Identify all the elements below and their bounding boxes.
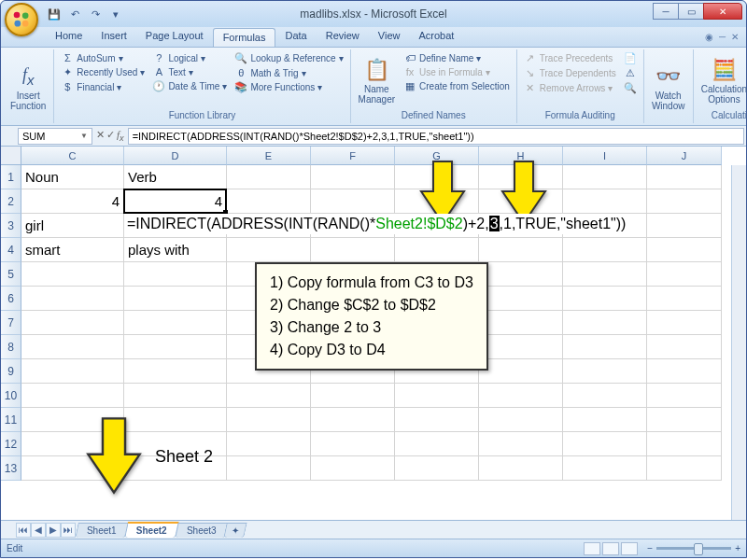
column-header-D[interactable]: D bbox=[124, 147, 227, 165]
column-header-J[interactable]: J bbox=[647, 147, 722, 165]
row-header-6[interactable]: 6 bbox=[1, 287, 21, 311]
cell-G11[interactable] bbox=[395, 408, 479, 432]
cell-G4[interactable] bbox=[395, 238, 479, 262]
cell-F11[interactable] bbox=[311, 408, 395, 432]
page-layout-view-button[interactable] bbox=[602, 542, 619, 555]
math-trig-button[interactable]: θMath & Trig ▾ bbox=[232, 66, 345, 79]
cell-J9[interactable] bbox=[647, 359, 722, 384]
help-icon[interactable]: ◉ bbox=[705, 32, 713, 42]
undo-icon[interactable]: ↶ bbox=[66, 6, 83, 22]
cell-I6[interactable] bbox=[563, 287, 647, 311]
cell-D6[interactable] bbox=[124, 287, 227, 311]
remove-arrows-button[interactable]: ✕Remove Arrows ▾ bbox=[521, 81, 619, 95]
minimize-button[interactable]: ─ bbox=[653, 3, 679, 20]
logical-button[interactable]: ?Logical ▾ bbox=[149, 51, 230, 64]
column-header-E[interactable]: E bbox=[227, 147, 311, 165]
cell-I12[interactable] bbox=[563, 432, 647, 456]
cell-F1[interactable] bbox=[311, 165, 395, 189]
cell-H4[interactable] bbox=[479, 238, 563, 262]
cell-I9[interactable] bbox=[563, 359, 647, 384]
fx-icon[interactable]: fx bbox=[117, 129, 124, 143]
tab-insert[interactable]: Insert bbox=[92, 27, 136, 47]
use-in-formula-button[interactable]: fxUse in Formula ▾ bbox=[401, 65, 513, 78]
name-box[interactable]: SUM ▼ bbox=[18, 128, 92, 145]
cell-J12[interactable] bbox=[647, 432, 722, 456]
cell-G12[interactable] bbox=[395, 432, 479, 456]
cell-D9[interactable] bbox=[124, 359, 227, 384]
cell-I4[interactable] bbox=[563, 238, 647, 262]
row-header-3[interactable]: 3 bbox=[1, 214, 21, 238]
cell-J3[interactable] bbox=[647, 214, 722, 238]
cell-D10[interactable] bbox=[124, 384, 227, 408]
enter-formula-icon[interactable]: ✓ bbox=[106, 129, 115, 143]
cell-I13[interactable] bbox=[563, 456, 647, 481]
cell-E1[interactable] bbox=[227, 165, 311, 189]
row-header-4[interactable]: 4 bbox=[1, 238, 21, 262]
tab-acrobat[interactable]: Acrobat bbox=[409, 27, 463, 47]
cell-H7[interactable] bbox=[479, 311, 563, 335]
cell-J2[interactable] bbox=[647, 189, 722, 214]
tab-data[interactable]: Data bbox=[275, 27, 316, 47]
cell-J8[interactable] bbox=[647, 335, 722, 359]
cell-C5[interactable] bbox=[21, 262, 124, 287]
save-icon[interactable]: 💾 bbox=[46, 6, 63, 22]
cell-H5[interactable] bbox=[479, 262, 563, 287]
ribbon-minimize-icon[interactable]: ─ bbox=[719, 32, 726, 42]
cell-J13[interactable] bbox=[647, 456, 722, 481]
normal-view-button[interactable] bbox=[584, 542, 600, 555]
row-header-2[interactable]: 2 bbox=[1, 189, 21, 214]
cell-G10[interactable] bbox=[395, 384, 479, 408]
cell-D4[interactable]: plays with bbox=[124, 238, 227, 262]
qat-dropdown-icon[interactable]: ▾ bbox=[107, 6, 124, 22]
cell-I10[interactable] bbox=[563, 384, 647, 408]
cell-D7[interactable] bbox=[124, 311, 227, 335]
sheet-tab-3[interactable]: Sheet3 bbox=[175, 523, 228, 538]
cell-C3[interactable]: girl bbox=[21, 214, 124, 238]
tab-home[interactable]: Home bbox=[46, 27, 92, 47]
cell-E11[interactable] bbox=[227, 408, 311, 432]
in-cell-formula-edit[interactable]: =INDIRECT(ADDRESS(INT(RAND()*Sheet2!$D$2… bbox=[125, 214, 627, 234]
tab-page-layout[interactable]: Page Layout bbox=[136, 27, 213, 47]
cell-C2[interactable]: 4 bbox=[21, 189, 124, 214]
cancel-formula-icon[interactable]: ✕ bbox=[96, 129, 105, 143]
cell-J4[interactable] bbox=[647, 238, 722, 262]
maximize-button[interactable]: ▭ bbox=[678, 3, 704, 20]
cell-F12[interactable] bbox=[311, 432, 395, 456]
next-sheet-button[interactable]: ▶ bbox=[46, 523, 61, 538]
cell-C6[interactable] bbox=[21, 287, 124, 311]
insert-function-button[interactable]: fx Insert Function bbox=[7, 51, 49, 121]
doc-close-icon[interactable]: ✕ bbox=[731, 32, 739, 42]
cell-J1[interactable] bbox=[647, 165, 722, 189]
cell-H10[interactable] bbox=[479, 384, 563, 408]
zoom-out-button[interactable]: − bbox=[647, 543, 653, 553]
more-functions-button[interactable]: 📚More Functions ▾ bbox=[232, 80, 345, 94]
first-sheet-button[interactable]: ⏮ bbox=[16, 523, 31, 538]
name-manager-button[interactable]: 📋 Name Manager bbox=[355, 51, 399, 109]
cell-I8[interactable] bbox=[563, 335, 647, 359]
cell-H8[interactable] bbox=[479, 335, 563, 359]
cell-C9[interactable] bbox=[21, 359, 124, 384]
financial-button[interactable]: $Financial ▾ bbox=[58, 80, 148, 93]
cell-C1[interactable]: Noun bbox=[21, 165, 124, 189]
cell-J5[interactable] bbox=[647, 262, 722, 287]
row-header-1[interactable]: 1 bbox=[1, 165, 21, 189]
calculation-options-button[interactable]: 🧮 Calculation Options bbox=[698, 51, 747, 109]
cell-I5[interactable] bbox=[563, 262, 647, 287]
new-sheet-button[interactable]: ✦ bbox=[224, 523, 247, 538]
cell-I2[interactable] bbox=[563, 189, 647, 214]
cell-E10[interactable] bbox=[227, 384, 311, 408]
cell-C7[interactable] bbox=[21, 311, 124, 335]
define-name-button[interactable]: 🏷Define Name ▾ bbox=[401, 51, 513, 64]
cell-J6[interactable] bbox=[647, 287, 722, 311]
tab-review[interactable]: Review bbox=[317, 27, 369, 47]
cell-D5[interactable] bbox=[124, 262, 227, 287]
cell-H9[interactable] bbox=[479, 359, 563, 384]
zoom-slider[interactable] bbox=[656, 547, 731, 550]
last-sheet-button[interactable]: ⏭ bbox=[61, 523, 76, 538]
vertical-scrollbar[interactable] bbox=[731, 165, 746, 520]
watch-window-button[interactable]: 👓 Watch Window bbox=[648, 51, 689, 121]
cell-E13[interactable] bbox=[227, 456, 311, 481]
column-header-F[interactable]: F bbox=[311, 147, 395, 165]
date-time-button[interactable]: 🕐Date & Time ▾ bbox=[149, 79, 230, 93]
autosum-button[interactable]: ΣAutoSum ▾ bbox=[58, 51, 148, 64]
